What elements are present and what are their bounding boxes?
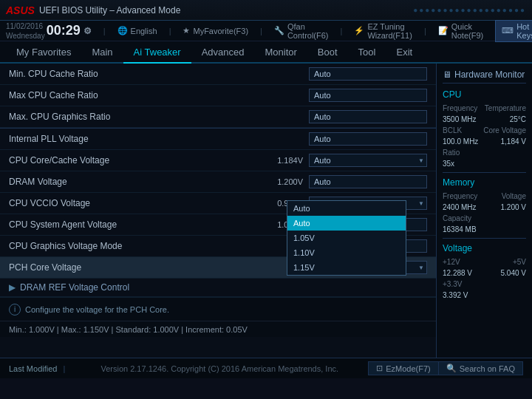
hw-cpu-freq-row: Frequency Temperature — [443, 104, 526, 112]
qfan-label: Qfan Control(F6) — [287, 22, 329, 40]
datetime-bar: 11/02/2016 Wednesday 00:29⚙ | 🌐 English … — [0, 21, 532, 41]
hw-cpu-temp-value: 25°C — [510, 115, 526, 123]
hw-mem-freq-label: Frequency — [443, 192, 477, 200]
tab-boot[interactable]: Boot — [307, 41, 348, 64]
dram-v-value: Auto — [309, 175, 427, 188]
hw-v5-label: +5V — [513, 258, 526, 266]
myfavorite-label: MyFavorite(F3) — [193, 27, 248, 35]
hw-mem-volt-value: 1.200 V — [501, 203, 526, 211]
hw-cpu-freq-val-row: 3500 MHz 25°C — [443, 115, 526, 123]
language-label: English — [131, 27, 157, 35]
hw-mem-freq-value: 2400 MHz — [443, 203, 477, 211]
max-cpu-cache-value: Auto — [309, 89, 427, 102]
globe-icon: 🌐 — [117, 26, 128, 35]
hw-mem-cap-row: Capacity — [443, 214, 526, 222]
hw-cpu-corev-value: 1,184 V — [501, 137, 526, 146]
star-icon: ★ — [183, 26, 190, 35]
lightning-icon: ⚡ — [354, 26, 364, 35]
last-modified-label: Last Modified — [9, 364, 57, 373]
cpu-graphics-v-mode-label: CPU Graphics Voltage Mode — [9, 241, 309, 251]
dropdown-option-auto1[interactable]: Auto — [287, 201, 406, 216]
internal-pll-label: Internal PLL Voltage — [9, 134, 309, 144]
setting-internal-pll[interactable]: Internal PLL Voltage Auto — [0, 128, 436, 150]
gear-icon: ⚙ — [83, 26, 92, 36]
dropdown-option-115v[interactable]: 1.15V — [287, 260, 406, 275]
expand-arrow-icon: ▶ — [9, 282, 16, 293]
left-panel: Min. CPU Cache Ratio Auto Max CPU Cache … — [0, 64, 436, 358]
hw-memory-title: Memory — [443, 177, 526, 188]
hw-cpu-bclk-val-row: 100.0 MHz 1,184 V — [443, 137, 526, 146]
hw-cpu-corev-label: Core Voltage — [483, 126, 526, 134]
ezmode-button[interactable]: ⊡ EzMode(F7) — [368, 361, 439, 375]
hw-mem-volt-label: Voltage — [502, 192, 526, 200]
circuit-decoration: ●●●●●●●●●●●●●●●●●●● — [413, 6, 526, 14]
hw-monitor-title: 🖥 Hardware Monitor — [443, 69, 526, 83]
min-cpu-cache-label: Min. CPU Cache Ratio — [9, 69, 309, 79]
quick-note-label: Quick Note(F9) — [451, 22, 483, 40]
ezmode-icon: ⊡ — [376, 364, 383, 373]
cpu-core-cache-v-num: 1.184V — [266, 156, 303, 165]
nav-bar: My Favorites Main Ai Tweaker Advanced Mo… — [0, 41, 532, 64]
note-icon: 📝 — [438, 26, 449, 35]
ez-tuning-label: EZ Tuning Wizard(F11) — [367, 22, 412, 40]
tab-advanced[interactable]: Advanced — [191, 41, 255, 64]
tab-my-favorites[interactable]: My Favorites — [6, 41, 81, 64]
quick-note-item[interactable]: 📝 Quick Note(F9) — [438, 22, 483, 40]
hw-cpu-temp-label: Temperature — [485, 104, 526, 112]
hw-voltage-title: Voltage — [443, 243, 526, 253]
keyboard-icon: ⌨ — [502, 26, 514, 35]
hw-v12-val-row: 12.288 V 5.040 V — [443, 269, 526, 277]
dropdown-option-auto2[interactable]: Auto — [287, 216, 406, 231]
vccio-dropdown[interactable]: Auto Auto 1.05V 1.10V 1.15V — [287, 200, 406, 276]
separator2: | — [169, 27, 171, 35]
hw-v12-row: +12V +5V — [443, 258, 526, 266]
setting-dram-v[interactable]: DRAM Voltage 1.200V Auto — [0, 171, 436, 193]
tab-exit[interactable]: Exit — [386, 41, 423, 64]
setting-min-cpu-cache[interactable]: Min. CPU Cache Ratio Auto — [0, 64, 436, 85]
qfan-item[interactable]: 🔧 Qfan Control(F6) — [274, 22, 329, 40]
dram-v-label: DRAM Voltage — [9, 177, 266, 187]
dram-ref-label: DRAM REF Voltage Control — [20, 282, 129, 293]
cpu-core-cache-v-select[interactable]: Auto — [309, 154, 427, 167]
internal-pll-value: Auto — [309, 132, 427, 146]
dropdown-option-105v[interactable]: 1.05V — [287, 231, 406, 245]
max-cpu-graphics-value: Auto — [309, 110, 427, 123]
dropdown-option-110v[interactable]: 1.10V — [287, 245, 406, 260]
hw-v33-label: +3.3V — [443, 280, 462, 288]
hw-v33-val-row: 3.392 V — [443, 291, 526, 299]
hotkeys-button[interactable]: ⌨ Hot Keys — [495, 20, 532, 42]
hardware-monitor-panel: 🖥 Hardware Monitor CPU Frequency Tempera… — [436, 64, 532, 358]
tab-ai-tweaker[interactable]: Ai Tweaker — [123, 41, 191, 64]
monitor-icon: 🖥 — [443, 69, 451, 80]
hw-cpu-freq-value: 3500 MHz — [443, 115, 477, 123]
status-div1: | — [63, 364, 65, 373]
values-bar: Min.: 1.000V | Max.: 1.150V | Standard: … — [0, 321, 436, 337]
pch-core-v-label: PCH Core Voltage — [9, 262, 309, 273]
setting-max-cpu-cache[interactable]: Max CPU Cache Ratio Auto — [0, 85, 436, 106]
separator: | — [103, 27, 106, 35]
clock-display: 00:29⚙ — [47, 23, 92, 38]
setting-cpu-core-cache-v[interactable]: CPU Core/Cache Voltage 1.184V Auto — [0, 150, 436, 171]
cpu-vccio-v-label: CPU VCCIO Voltage — [9, 198, 266, 208]
ez-tuning-item[interactable]: ⚡ EZ Tuning Wizard(F11) — [354, 22, 412, 40]
cpu-core-cache-v-select-wrapper[interactable]: Auto — [309, 154, 427, 167]
top-banner: ASUS UEFI BIOS Utility – Advanced Mode ●… — [0, 0, 532, 21]
tab-monitor[interactable]: Monitor — [255, 41, 307, 64]
language-item[interactable]: 🌐 English — [117, 26, 157, 35]
hw-mem-cap-val-row: 16384 MB — [443, 225, 526, 233]
setting-max-cpu-graphics[interactable]: Max. CPU Graphics Ratio Auto — [0, 106, 436, 128]
hw-mem-freq-val-row: 2400 MHz 1.200 V — [443, 203, 526, 211]
search-faq-button[interactable]: 🔍 Search on FAQ — [439, 361, 523, 375]
myfavorite-item[interactable]: ★ MyFavorite(F3) — [183, 26, 248, 35]
max-cpu-graphics-label: Max. CPU Graphics Ratio — [9, 112, 309, 122]
hw-mem-cap-label: Capacity — [443, 214, 471, 222]
hw-v33-value: 3.392 V — [443, 291, 468, 299]
dram-ref-row[interactable]: ▶ DRAM REF Voltage Control — [0, 279, 436, 297]
main-content: Min. CPU Cache Ratio Auto Max CPU Cache … — [0, 64, 532, 358]
tab-main[interactable]: Main — [81, 41, 123, 64]
hotkeys-label: Hot Keys — [516, 22, 532, 40]
fan-icon: 🔧 — [274, 26, 284, 35]
hw-v33-row: +3.3V — [443, 280, 526, 288]
tab-tool[interactable]: Tool — [348, 41, 386, 64]
separator3: | — [260, 27, 262, 35]
